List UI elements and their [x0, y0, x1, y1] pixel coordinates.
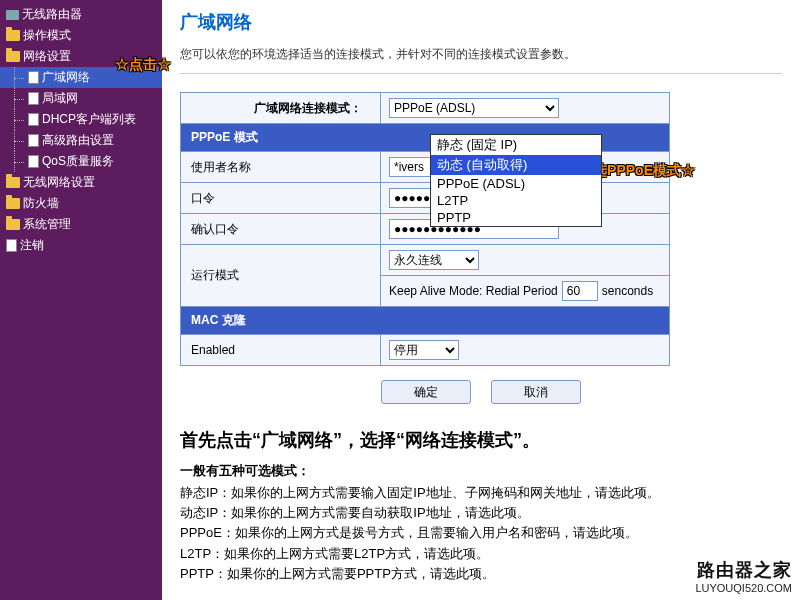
dropdown-option-dynamic[interactable]: 动态 (自动取得) [431, 155, 601, 175]
nav-label: 广域网络 [42, 69, 90, 86]
nav-system[interactable]: 系统管理 [0, 214, 162, 235]
instructions-line: PPTP：如果你的上网方式需要PPTP方式，请选此项。 [180, 565, 782, 583]
conn-mode-label: 广域网络连接模式： [181, 93, 381, 124]
nav-qos[interactable]: QoS质量服务 [0, 151, 162, 172]
nav-label: DHCP客户端列表 [42, 111, 136, 128]
content-area: 广域网络 您可以依您的环境选择适当的连接模式，并针对不同的连接模式设置参数。 广… [162, 0, 800, 600]
page-icon [28, 134, 39, 147]
instructions: 首先点击“广域网络”，选择“网络连接模式”。 一般有五种可选模式： 静态IP：如… [180, 428, 782, 583]
page-icon [6, 239, 17, 252]
nav-label: 局域网 [42, 90, 78, 107]
nav-label: 注销 [20, 237, 44, 254]
dropdown-option-pppoe[interactable]: PPPoE (ADSL) [431, 175, 601, 192]
router-icon [6, 10, 19, 20]
mac-enabled-select[interactable]: 停用 [389, 340, 459, 360]
dropdown-option-l2tp[interactable]: L2TP [431, 192, 601, 209]
cancel-button[interactable]: 取消 [491, 380, 581, 404]
runmode-label: 运行模式 [181, 245, 381, 307]
nav-dhcp-clients[interactable]: DHCP客户端列表 [0, 109, 162, 130]
username-label: 使用者名称 [181, 152, 381, 183]
instructions-sub: 一般有五种可选模式： [180, 462, 782, 480]
nav-operation-mode[interactable]: 操作模式 [0, 25, 162, 46]
nav-label: 高级路由设置 [42, 132, 114, 149]
page-icon [28, 113, 39, 126]
instructions-line: 静态IP：如果你的上网方式需要输入固定IP地址、子网掩码和网关地址，请选此项。 [180, 484, 782, 502]
keepalive-suffix: senconds [602, 284, 653, 298]
nav-advanced-routing[interactable]: 高级路由设置 [0, 130, 162, 151]
nav-label: 系统管理 [23, 216, 71, 233]
runmode-select[interactable]: 永久连线 [389, 250, 479, 270]
nav-label: 无线网络设置 [23, 174, 95, 191]
instructions-heading: 首先点击“广域网络”，选择“网络连接模式”。 [180, 428, 782, 452]
password-label: 口令 [181, 183, 381, 214]
dropdown-option-pptp[interactable]: PPTP [431, 209, 601, 226]
page-title: 广域网络 [180, 10, 782, 34]
instructions-line: L2TP：如果你的上网方式需要L2TP方式，请选此项。 [180, 545, 782, 563]
conn-mode-dropdown: 静态 (固定 IP) 动态 (自动取得) PPPoE (ADSL) L2TP P… [430, 134, 602, 227]
mac-enabled-label: Enabled [181, 335, 381, 366]
instructions-line: 动态IP：如果你的上网方式需要自动获取IP地址，请选此项。 [180, 504, 782, 522]
confirm-label: 确认口令 [181, 214, 381, 245]
sidebar: 无线路由器 操作模式 网络设置 广域网络 局域网 DHCP客户端列表 高级路由设… [0, 0, 162, 600]
annotation-click: ☆点击☆ [115, 56, 171, 74]
root-label: 无线路由器 [22, 6, 82, 23]
folder-icon [6, 198, 20, 209]
nav-label: 防火墙 [23, 195, 59, 212]
nav-logout[interactable]: 注销 [0, 235, 162, 256]
dropdown-option-static[interactable]: 静态 (固定 IP) [431, 135, 601, 155]
page-desc: 您可以依您的环境选择适当的连接模式，并针对不同的连接模式设置参数。 [180, 46, 782, 63]
keepalive-prefix: Keep Alive Mode: Redial Period [389, 284, 558, 298]
ok-button[interactable]: 确定 [381, 380, 471, 404]
conn-mode-select[interactable]: PPPoE (ADSL) [389, 98, 559, 118]
watermark-line1: 路由器之家 [695, 558, 792, 582]
page-icon [28, 71, 39, 84]
page-icon [28, 155, 39, 168]
nav-label: QoS质量服务 [42, 153, 114, 170]
watermark-line2: LUYOUQI520.COM [695, 582, 792, 594]
nav-firewall[interactable]: 防火墙 [0, 193, 162, 214]
section-mac: MAC 克隆 [181, 307, 670, 335]
keepalive-input[interactable] [562, 281, 598, 301]
page-icon [28, 92, 39, 105]
instructions-line: PPPoE：如果你的上网方式是拨号方式，且需要输入用户名和密码，请选此项。 [180, 524, 782, 542]
watermark: 路由器之家 LUYOUQI520.COM [695, 558, 792, 594]
folder-icon [6, 177, 20, 188]
folder-icon [6, 51, 20, 62]
folder-icon [6, 30, 20, 41]
nav-label: 操作模式 [23, 27, 71, 44]
folder-icon [6, 219, 20, 230]
tree-root[interactable]: 无线路由器 [0, 4, 162, 25]
divider [180, 73, 782, 74]
nav-wireless[interactable]: 无线网络设置 [0, 172, 162, 193]
nav-lan[interactable]: 局域网 [0, 88, 162, 109]
nav-label: 网络设置 [23, 48, 71, 65]
